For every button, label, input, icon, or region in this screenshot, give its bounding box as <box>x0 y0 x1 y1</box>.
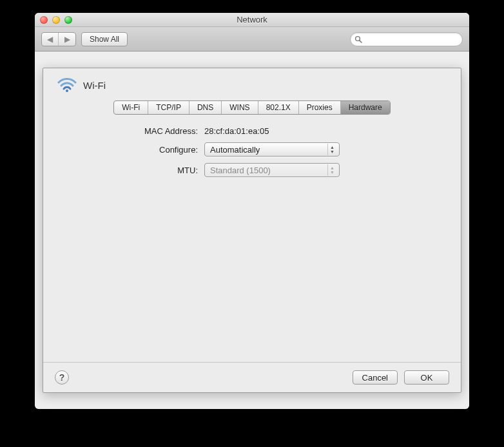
stepper-arrows-icon: ▲▼ <box>327 144 336 155</box>
network-preferences-window: Network ◀ ▶ Show All <box>35 13 469 409</box>
titlebar[interactable]: Network <box>35 13 469 27</box>
help-button[interactable]: ? <box>55 370 69 385</box>
stepper-arrows-icon: ▲▼ <box>327 164 336 176</box>
configure-select-value: Automatically <box>210 145 260 155</box>
ok-button[interactable]: OK <box>404 370 449 385</box>
sheet-footer: ? Cancel OK <box>43 362 461 392</box>
configure-label: Configure: <box>63 145 204 155</box>
configure-row: Configure: Automatically ▲▼ <box>63 142 441 157</box>
connection-name: Wi-Fi <box>83 80 106 91</box>
show-all-button[interactable]: Show All <box>81 32 128 46</box>
mac-address-label: MAC Address: <box>63 126 204 136</box>
tab-bar: Wi-Fi TCP/IP DNS WINS 802.1X Proxies Har… <box>43 100 461 115</box>
search-input[interactable] <box>365 35 458 44</box>
mtu-label: MTU: <box>63 166 204 175</box>
mac-address-row: MAC Address: 28:cf:da:01:ea:05 <box>63 126 441 136</box>
sheet-backdrop: Wi-Fi Wi-Fi TCP/IP DNS WINS 802.1X Proxi… <box>35 52 469 409</box>
tab-8021x[interactable]: 802.1X <box>258 101 299 114</box>
wifi-icon <box>57 77 77 93</box>
cancel-button[interactable]: Cancel <box>353 370 398 385</box>
zoom-button[interactable] <box>64 16 72 24</box>
back-button[interactable]: ◀ <box>42 33 59 46</box>
chevron-left-icon: ◀ <box>47 35 53 44</box>
advanced-sheet: Wi-Fi Wi-Fi TCP/IP DNS WINS 802.1X Proxi… <box>43 68 461 393</box>
window-title: Network <box>35 15 469 24</box>
mac-address-value: 28:cf:da:01:ea:05 <box>204 126 269 136</box>
close-button[interactable] <box>40 16 48 24</box>
nav-segment: ◀ ▶ <box>41 32 76 46</box>
mtu-row: MTU: Standard (1500) ▲▼ <box>63 163 441 177</box>
forward-button[interactable]: ▶ <box>59 33 75 46</box>
svg-line-1 <box>360 40 362 42</box>
tab-group: Wi-Fi TCP/IP DNS WINS 802.1X Proxies Har… <box>113 100 390 115</box>
mtu-select-value: Standard (1500) <box>210 166 271 175</box>
search-field[interactable] <box>350 32 463 46</box>
mtu-select: Standard (1500) ▲▼ <box>204 163 340 177</box>
tab-tcpip[interactable]: TCP/IP <box>148 101 189 114</box>
tab-wins[interactable]: WINS <box>222 101 258 114</box>
search-icon <box>354 35 362 43</box>
chevron-right-icon: ▶ <box>64 35 70 44</box>
sheet-header: Wi-Fi <box>43 68 461 95</box>
toolbar: ◀ ▶ Show All <box>35 27 469 52</box>
svg-point-2 <box>66 90 68 92</box>
tab-dns[interactable]: DNS <box>189 101 222 114</box>
hardware-tab-content: MAC Address: 28:cf:da:01:ea:05 Configure… <box>43 115 461 362</box>
minimize-button[interactable] <box>52 16 60 24</box>
tab-hardware[interactable]: Hardware <box>341 101 390 114</box>
traffic-lights <box>40 16 72 24</box>
tab-wifi[interactable]: Wi-Fi <box>114 101 148 114</box>
configure-select[interactable]: Automatically ▲▼ <box>204 142 340 157</box>
tab-proxies[interactable]: Proxies <box>299 101 341 114</box>
